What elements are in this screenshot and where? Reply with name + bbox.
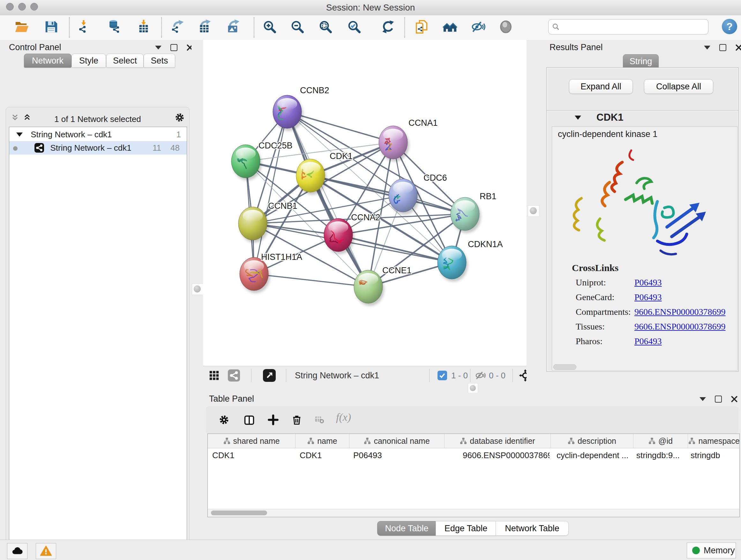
export-network-icon[interactable] [170, 19, 185, 34]
node-CDK1[interactable] [296, 159, 327, 195]
scrollbar-thumb[interactable] [553, 364, 576, 370]
cell-id[interactable]: stringdb:9... [632, 448, 686, 462]
export-image-icon[interactable] [226, 19, 240, 34]
column-header[interactable]: database identifier [445, 434, 551, 448]
collection-expand-icon[interactable] [16, 132, 23, 137]
tab-network-table[interactable]: Network Table [495, 521, 569, 536]
edge-HIST1H1A-CCNE1[interactable] [254, 274, 368, 287]
first-neighbors-icon[interactable] [443, 19, 457, 34]
column-header[interactable]: canonical name [349, 434, 445, 448]
panel-float-icon[interactable] [715, 395, 722, 402]
column-header[interactable]: name [295, 434, 349, 448]
network-collection-row[interactable]: String Network – cdk1 1 [9, 128, 187, 141]
level-of-detail-icon[interactable] [498, 19, 513, 34]
cloud-icon[interactable] [7, 543, 27, 559]
right-splitter[interactable] [527, 40, 546, 384]
crosslink-pharos-link[interactable]: P06493 [634, 336, 662, 347]
birdseye-view-icon[interactable] [263, 369, 276, 382]
warning-icon[interactable] [36, 543, 56, 559]
cell-shared-name[interactable]: CDK1 [208, 448, 295, 462]
entry-collapse-icon[interactable] [575, 116, 581, 120]
crosslink-genecard-link[interactable]: P06493 [634, 292, 662, 302]
node-CDC25B[interactable] [231, 145, 262, 180]
crosslink-uniprot-link[interactable]: P06493 [634, 277, 662, 288]
panel-collapse-icon[interactable] [704, 46, 711, 50]
scrollbar-thumb[interactable] [211, 510, 267, 515]
column-header[interactable]: shared name [208, 434, 295, 448]
panel-float-icon[interactable] [171, 44, 178, 51]
tab-select[interactable]: Select [106, 54, 144, 68]
export-table-icon[interactable] [197, 19, 212, 34]
zoom-selected-icon[interactable] [347, 19, 361, 34]
cell-database-identifier[interactable]: 9606.ENSP00000378699 [444, 448, 549, 462]
copy-network-icon[interactable] [414, 19, 429, 34]
left-splitter[interactable] [192, 40, 203, 540]
splitter-handle[interactable] [528, 205, 539, 217]
table-row[interactable]: CDK1 CDK1 P06493 9606.ENSP00000378699 cy… [208, 448, 739, 462]
node-RB1[interactable] [451, 197, 481, 233]
show-columns-icon[interactable] [244, 415, 255, 427]
cell-description[interactable]: cyclin-dependent ... [549, 448, 632, 462]
hidden-eye-icon[interactable] [475, 370, 486, 382]
panel-close-icon[interactable] [735, 44, 741, 51]
crosslink-tissues-link[interactable]: 9606.ENSP00000378699 [634, 321, 725, 332]
splitter-handle[interactable] [192, 284, 203, 295]
node-label-RB1: RB1 [480, 192, 496, 201]
grid-view-icon[interactable] [209, 370, 219, 382]
tab-node-table[interactable]: Node Table [377, 521, 436, 536]
expand-all-button[interactable]: Expand All [569, 79, 633, 94]
cell-namespace[interactable]: stringdb [686, 448, 738, 462]
zoom-in-icon[interactable] [262, 19, 277, 34]
memory-button[interactable]: Memory [687, 543, 736, 558]
zoom-out-icon[interactable] [290, 19, 305, 34]
show-hide-graphics-icon[interactable] [471, 19, 485, 34]
table-gear-icon[interactable] [219, 415, 229, 427]
tab-sets[interactable]: Sets [144, 54, 175, 68]
network-share-view-icon[interactable] [228, 369, 240, 381]
tab-network[interactable]: Network [24, 54, 71, 68]
network-graph[interactable]: CCNB2CCNA1CDC25BCDK1CDC6RB1CCNB1CCNA2CDK… [203, 40, 527, 366]
open-session-icon[interactable] [14, 19, 29, 34]
network-row[interactable]: String Network – cdk1 11 48 [9, 141, 187, 154]
help-icon[interactable]: ? [722, 19, 737, 34]
splitter-handle[interactable] [468, 383, 478, 393]
edge-CCNB2-HIST1H1A[interactable] [254, 112, 287, 274]
crosslink-compartments-link[interactable]: 9606.ENSP00000378699 [634, 307, 725, 317]
function-builder-icon[interactable]: f(x) [336, 411, 351, 423]
delete-column-icon[interactable] [291, 415, 302, 427]
node-CCNE1[interactable] [354, 270, 384, 306]
panel-collapse-icon[interactable] [699, 397, 706, 401]
selected-checkbox-icon[interactable] [437, 371, 447, 380]
import-table-icon[interactable] [136, 19, 151, 34]
panel-float-icon[interactable] [719, 44, 726, 51]
edge-CCNB2-CCNA1[interactable] [287, 112, 393, 142]
search-input[interactable] [562, 20, 704, 33]
import-network-icon[interactable] [76, 19, 91, 34]
node-CCNA2[interactable] [324, 219, 354, 254]
save-session-icon[interactable] [44, 19, 58, 34]
gear-icon[interactable] [175, 112, 185, 124]
column-header[interactable]: @id [633, 434, 688, 448]
protein-structure-image [562, 145, 728, 272]
delete-table-icon[interactable] [314, 415, 325, 426]
node-CDKN1A[interactable] [437, 246, 468, 282]
tab-edge-table[interactable]: Edge Table [435, 521, 496, 536]
node-CCNB2[interactable] [273, 95, 303, 131]
tab-style[interactable]: Style [71, 54, 106, 68]
add-column-icon[interactable] [268, 415, 279, 427]
cell-name[interactable]: CDK1 [295, 448, 349, 462]
horizontal-scrollbar[interactable] [208, 509, 739, 517]
collapse-all-button[interactable]: Collapse All [644, 79, 713, 94]
panel-close-icon[interactable] [731, 395, 738, 402]
tab-string[interactable]: String [623, 54, 659, 68]
column-header[interactable]: description [551, 434, 633, 448]
node-HIST1H1A[interactable] [240, 257, 270, 293]
cell-canonical-name[interactable]: P06493 [349, 448, 444, 462]
zoom-fit-icon[interactable] [318, 19, 333, 34]
column-header[interactable]: namespace [688, 434, 740, 448]
refresh-icon[interactable] [381, 19, 395, 34]
node-CCNA1[interactable] [379, 126, 409, 162]
import-network-from-database-icon[interactable] [107, 19, 121, 34]
panel-collapse-icon[interactable] [155, 46, 161, 50]
node-CCNB1[interactable] [239, 207, 269, 243]
